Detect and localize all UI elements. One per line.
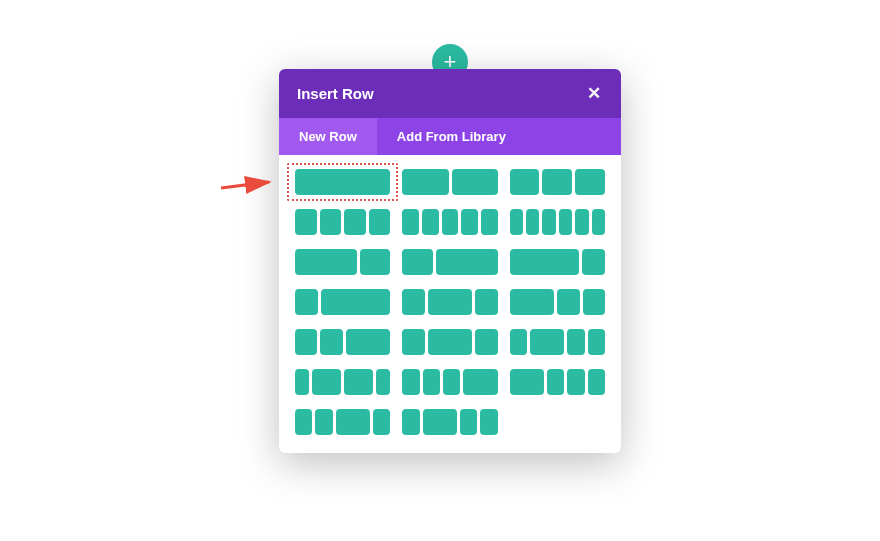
layout-col — [321, 289, 390, 315]
layout-col — [588, 369, 605, 395]
layout-col — [295, 169, 390, 195]
layout-option-3-col-1-1-2[interactable] — [295, 329, 390, 355]
layout-col — [575, 209, 588, 235]
layout-col — [312, 369, 341, 395]
layout-option-4-col[interactable] — [295, 209, 390, 235]
layout-option-3-col-1-4-1-2-1-4[interactable] — [402, 329, 497, 355]
modal-tabs: New Row Add From Library — [279, 118, 621, 155]
layout-col — [295, 209, 317, 235]
layout-col — [480, 409, 497, 435]
layouts-grid — [279, 155, 621, 453]
layout-col — [461, 209, 478, 235]
layout-option-4-col-1-2-1-1b[interactable] — [402, 409, 497, 435]
layout-col — [320, 329, 342, 355]
layout-col — [567, 329, 584, 355]
insert-row-modal: Insert Row ✕ New Row Add From Library — [279, 69, 621, 453]
layout-col — [442, 209, 459, 235]
layout-col — [423, 409, 458, 435]
layout-col — [592, 209, 605, 235]
layout-option-4-col-1-1-2-1[interactable] — [295, 409, 390, 435]
modal-title: Insert Row — [297, 85, 374, 102]
layout-option-4-col-1-1-1-2[interactable] — [402, 369, 497, 395]
layout-col — [295, 289, 318, 315]
layout-col — [547, 369, 564, 395]
layout-col — [481, 209, 498, 235]
layout-col — [402, 249, 433, 275]
layout-col — [510, 289, 555, 315]
layout-col — [542, 169, 572, 195]
layout-col — [510, 249, 579, 275]
layout-col — [428, 329, 473, 355]
layout-col — [436, 249, 498, 275]
layout-col — [452, 169, 498, 195]
layout-col — [402, 409, 419, 435]
layout-col — [360, 249, 391, 275]
layout-col — [315, 409, 332, 435]
layout-col — [588, 329, 605, 355]
layout-col — [376, 369, 390, 395]
layout-col — [510, 169, 540, 195]
layout-option-4-col-1-2-1-1[interactable] — [510, 329, 605, 355]
layout-col — [510, 209, 523, 235]
tab-new-row[interactable]: New Row — [279, 118, 377, 155]
layout-option-2-col-1-1[interactable] — [402, 169, 497, 195]
layout-col — [530, 329, 565, 355]
layout-col — [346, 329, 391, 355]
layout-col — [575, 169, 605, 195]
layout-col — [369, 209, 391, 235]
layout-option-3-col-2-1-1[interactable] — [510, 289, 605, 315]
layout-col — [510, 329, 527, 355]
layout-option-6-col[interactable] — [510, 209, 605, 235]
layout-col — [402, 369, 419, 395]
tab-add-from-library[interactable]: Add From Library — [377, 118, 526, 155]
layout-col — [402, 169, 448, 195]
layout-col — [295, 329, 317, 355]
layout-col — [443, 369, 460, 395]
layout-col — [463, 369, 498, 395]
layout-col — [295, 369, 309, 395]
layout-col — [567, 369, 584, 395]
layout-col — [295, 249, 357, 275]
layout-option-2-col-2-3-1-3[interactable] — [295, 249, 390, 275]
layout-col — [559, 209, 572, 235]
layout-col — [557, 289, 579, 315]
layout-col — [542, 209, 555, 235]
layout-col — [423, 369, 440, 395]
layout-option-2-col-3-4-1-4[interactable] — [510, 249, 605, 275]
layout-col — [344, 209, 366, 235]
layout-col — [475, 289, 497, 315]
layout-col — [475, 329, 497, 355]
annotation-arrow-icon — [217, 170, 277, 198]
layout-option-2-col-1-3-2-3[interactable] — [402, 249, 497, 275]
layout-option-5-col[interactable] — [402, 209, 497, 235]
layout-col — [336, 409, 371, 435]
layout-col — [428, 289, 473, 315]
layout-option-3-col-1-1-1[interactable] — [510, 169, 605, 195]
layout-col — [295, 409, 312, 435]
layout-col — [373, 409, 390, 435]
layout-col — [422, 209, 439, 235]
layout-option-3-col-1-2-1[interactable] — [402, 289, 497, 315]
layout-option-2-col-1-4-3-4[interactable] — [295, 289, 390, 315]
layout-col — [402, 289, 424, 315]
layout-col — [460, 409, 477, 435]
layout-option-4-col-2-1-1-1[interactable] — [510, 369, 605, 395]
layout-col — [510, 369, 545, 395]
modal-header: Insert Row ✕ — [279, 69, 621, 118]
layout-option-1-col[interactable] — [295, 169, 390, 195]
layout-col — [320, 209, 342, 235]
layout-col — [526, 209, 539, 235]
layout-option-4-col-1-2-2-1[interactable] — [295, 369, 390, 395]
layout-col — [582, 249, 605, 275]
layout-col — [402, 209, 419, 235]
layout-col — [402, 329, 424, 355]
layout-col — [583, 289, 605, 315]
close-icon[interactable]: ✕ — [585, 83, 603, 104]
layout-col — [344, 369, 373, 395]
svg-line-0 — [221, 182, 269, 188]
